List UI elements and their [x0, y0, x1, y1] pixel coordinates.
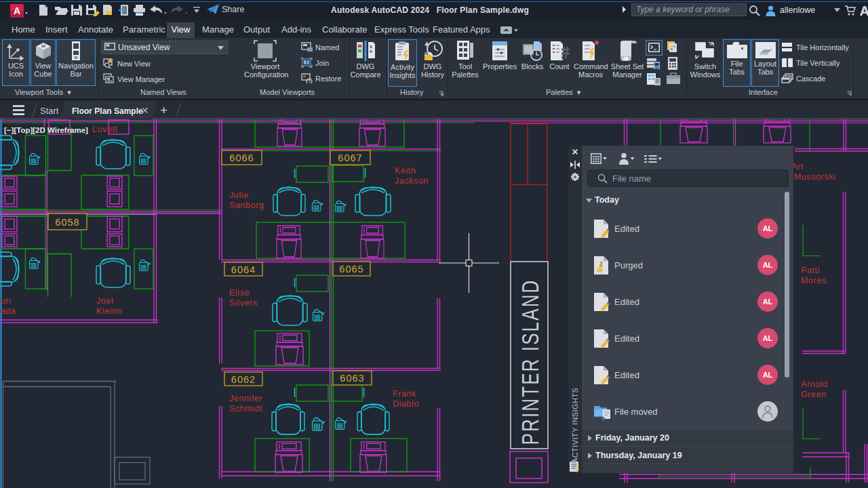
- svg-text:Frank: Frank: [393, 389, 416, 399]
- svg-text:Elise: Elise: [229, 288, 250, 298]
- svg-text:Kleinn: Kleinn: [96, 306, 122, 316]
- svg-text:Jackson: Jackson: [395, 176, 429, 186]
- svg-text:Mussorski: Mussorski: [794, 172, 836, 182]
- svg-text:Jennifer: Jennifer: [229, 394, 262, 403]
- svg-text:[−][Top][2D Wireframe]: [−][Top][2D Wireframe]: [4, 126, 88, 134]
- svg-text:Lovett: Lovett: [92, 125, 118, 134]
- svg-text:6067: 6067: [338, 152, 362, 163]
- svg-text:6063: 6063: [340, 373, 364, 384]
- svg-text:uri: uri: [1, 296, 12, 306]
- svg-text:Joel: Joel: [96, 296, 113, 306]
- svg-text:Patti: Patti: [801, 266, 820, 275]
- svg-text:Julie: Julie: [229, 190, 249, 200]
- svg-text:Schmidt: Schmidt: [229, 404, 262, 413]
- svg-text:Diablo: Diablo: [393, 399, 419, 409]
- svg-text:PRINTER ISLAND: PRINTER ISLAND: [517, 279, 544, 445]
- svg-text:Green: Green: [801, 390, 827, 399]
- svg-text:ada: ada: [1, 306, 16, 316]
- svg-text:6058: 6058: [55, 217, 79, 228]
- svg-text:Silvers: Silvers: [229, 298, 258, 308]
- svg-text:Arnold: Arnold: [801, 380, 828, 389]
- svg-text:Keith: Keith: [395, 166, 416, 176]
- svg-text:Sanborg: Sanborg: [229, 201, 264, 210]
- svg-text:6065: 6065: [339, 264, 363, 274]
- svg-text:6066: 6066: [229, 152, 254, 163]
- svg-text:6064: 6064: [231, 264, 256, 275]
- svg-text:Mores: Mores: [801, 276, 827, 285]
- svg-text:6062: 6062: [231, 374, 256, 385]
